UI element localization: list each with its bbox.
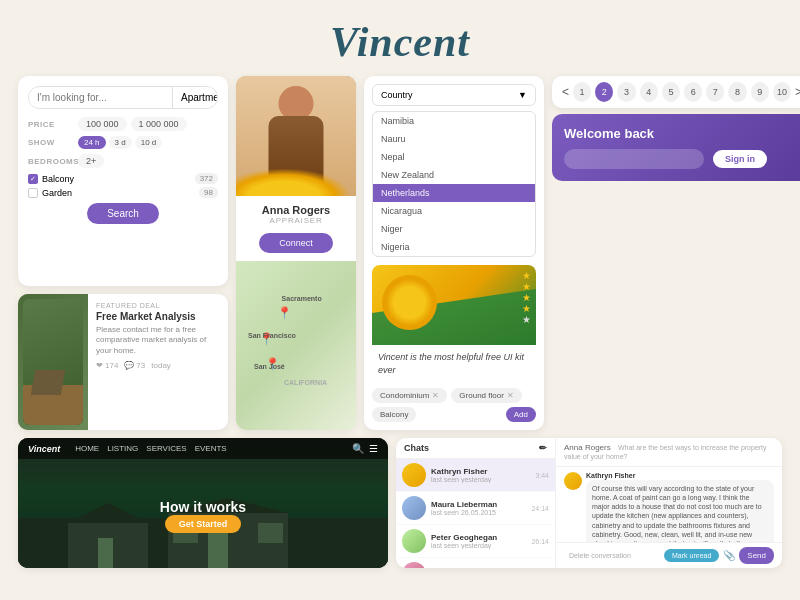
dropdown-item-nepal[interactable]: Nepal	[373, 148, 535, 166]
star-4: ★	[522, 303, 531, 314]
welcome-input[interactable]	[564, 149, 704, 169]
balcony-checkbox-row: ✓ Balcony 372	[28, 173, 218, 184]
chat-item-doug[interactable]: Doug Raymond last seen yesterday 14:09	[396, 558, 555, 568]
dropdown-item-nauru[interactable]: Nauru	[373, 130, 535, 148]
property-type-select[interactable]: Apartment House Studio	[172, 87, 218, 108]
nav-listing[interactable]: LISTING	[107, 444, 138, 453]
nav-home[interactable]: HOME	[75, 444, 99, 453]
review-text: Vincent is the most helpful free UI kit …	[372, 345, 536, 382]
country-list: Namibia Nauru Nepal New Zealand Netherla…	[372, 111, 536, 257]
time-24h[interactable]: 24 h	[78, 136, 106, 149]
message-row-1: Kathryn Fisher Of course this will vary …	[564, 472, 774, 542]
star-2: ★	[522, 281, 531, 292]
svg-rect-6	[208, 533, 228, 568]
pagination-next[interactable]: >	[795, 85, 800, 99]
sender-kathryn: Kathryn Fisher	[586, 472, 774, 479]
welcome-card: Welcome back Sign in	[552, 114, 800, 181]
compose-icon[interactable]: ✏	[539, 443, 547, 453]
send-button[interactable]: Send	[739, 547, 774, 564]
chat-item-kathryn[interactable]: Kathryn Fisher last seen yesterday 3:44	[396, 459, 555, 492]
balcony-checkbox[interactable]: ✓	[28, 174, 38, 184]
nav-services[interactable]: SERVICES	[146, 444, 186, 453]
chat-item-maura[interactable]: Maura Lieberman last seen 26.05.2015 24:…	[396, 492, 555, 525]
bedrooms-value[interactable]: 2+	[78, 154, 104, 168]
pagination-prev[interactable]: <	[562, 85, 569, 99]
star-3: ★	[522, 292, 531, 303]
chat-item-info-maura: Maura Lieberman last seen 26.05.2015	[431, 500, 526, 516]
remove-groundfloor-icon[interactable]: ✕	[507, 391, 514, 400]
avatar-kathryn	[402, 463, 426, 487]
time-10d[interactable]: 10 d	[135, 136, 163, 149]
attach-icon[interactable]: 📎	[723, 550, 735, 561]
garden-checkbox[interactable]	[28, 188, 38, 198]
dropdown-item-nicaragua[interactable]: Nicaragua	[373, 202, 535, 220]
garden-label: Garden	[42, 188, 72, 198]
search-panel: Apartment House Studio 🔍 PRICE 100 000 1…	[18, 76, 228, 286]
page-9[interactable]: 9	[751, 82, 769, 102]
page-3[interactable]: 3	[617, 82, 635, 102]
dropdown-item-netherlands[interactable]: Netherlands	[373, 184, 535, 202]
svg-rect-3	[98, 538, 113, 568]
page-10[interactable]: 10	[773, 82, 791, 102]
dropdown-item-newzealand[interactable]: New Zealand	[373, 166, 535, 184]
website-title: How it works	[160, 499, 246, 515]
get-started-button[interactable]: Get Started	[165, 515, 242, 533]
welcome-form: Sign in	[564, 149, 800, 169]
dropdown-item-nigeria[interactable]: Nigeria	[373, 238, 535, 256]
country-dropdown[interactable]: Country ▼	[372, 84, 536, 106]
page-4[interactable]: 4	[640, 82, 658, 102]
page-7[interactable]: 7	[706, 82, 724, 102]
search-input[interactable]	[29, 88, 172, 107]
avatar-maura	[402, 496, 426, 520]
signin-button[interactable]: Sign in	[713, 150, 767, 168]
dropdown-item-niger[interactable]: Niger	[373, 220, 535, 238]
balcony-count: 372	[195, 173, 218, 184]
svg-marker-2	[68, 503, 148, 523]
avatar-kathryn-msg	[564, 472, 582, 490]
page-5[interactable]: 5	[662, 82, 680, 102]
price-min[interactable]: 100 000	[78, 117, 127, 131]
map-background: 📍 📍 📍 Sacramento San Francisco San José …	[236, 261, 356, 430]
tag-label-groundfloor: Ground floor	[459, 391, 503, 400]
time-3d[interactable]: 3 d	[109, 136, 132, 149]
chat-item-peter[interactable]: Peter Geoghegan last seen yesterday 26:1…	[396, 525, 555, 558]
deal-title: Free Market Analysis	[96, 311, 220, 322]
page-1[interactable]: 1	[573, 82, 591, 102]
message-1: Kathryn Fisher Of course this will vary …	[586, 472, 774, 542]
deal-meta: ❤ 174 💬 73 today	[96, 361, 220, 370]
delete-conversation-btn[interactable]: Delete conversation	[564, 550, 636, 561]
tag-balcony: Balcony	[372, 407, 416, 422]
deal-image	[18, 294, 88, 430]
page-2[interactable]: 2	[595, 82, 613, 102]
connect-button[interactable]: Connect	[259, 233, 333, 253]
mark-unread-btn[interactable]: Mark unread	[664, 549, 719, 562]
deal-content: FEATURED DEAL Free Market Analysis Pleas…	[88, 294, 228, 430]
price-max[interactable]: 1 000 000	[131, 117, 187, 131]
search-bar[interactable]: Apartment House Studio 🔍	[28, 86, 218, 109]
show-label: SHOW	[28, 138, 78, 147]
nav-search-icon[interactable]: 🔍	[352, 443, 364, 454]
time-filter[interactable]: 24 h 3 d 10 d	[78, 136, 162, 149]
chat-time-maura: 24:14	[531, 505, 549, 512]
star-5: ★	[522, 314, 531, 325]
map-label-california: CALIFORNIA	[284, 379, 327, 386]
website-preview: Vincent HOME LISTING SERVICES EVENTS 🔍 ☰	[18, 438, 388, 568]
chat-item-info-peter: Peter Geoghegan last seen yesterday	[431, 533, 526, 549]
nav-menu-icon[interactable]: ☰	[369, 443, 378, 454]
tags-row: Condominium ✕ Ground floor ✕ Balcony Add	[372, 388, 536, 422]
page-6[interactable]: 6	[684, 82, 702, 102]
search-button[interactable]: Search	[87, 203, 159, 224]
dropdown-item-namibia[interactable]: Namibia	[373, 112, 535, 130]
avatar-doug	[402, 562, 426, 568]
add-tag-button[interactable]: Add	[506, 407, 536, 422]
remove-condominium-icon[interactable]: ✕	[432, 391, 439, 400]
welcome-title: Welcome back	[564, 126, 800, 141]
nav-events[interactable]: EVENTS	[195, 444, 227, 453]
sunflower-image: ★ ★ ★ ★ ★	[372, 265, 536, 345]
page-8[interactable]: 8	[728, 82, 746, 102]
bubble-kathryn: Of course this will vary according to th…	[586, 480, 774, 542]
website-nav: Vincent HOME LISTING SERVICES EVENTS 🔍 ☰	[18, 438, 388, 459]
featured-deal-card: FEATURED DEAL Free Market Analysis Pleas…	[18, 294, 228, 430]
chat-preview-kathryn: last seen yesterday	[431, 476, 530, 483]
chat-time-kathryn: 3:44	[535, 472, 549, 479]
